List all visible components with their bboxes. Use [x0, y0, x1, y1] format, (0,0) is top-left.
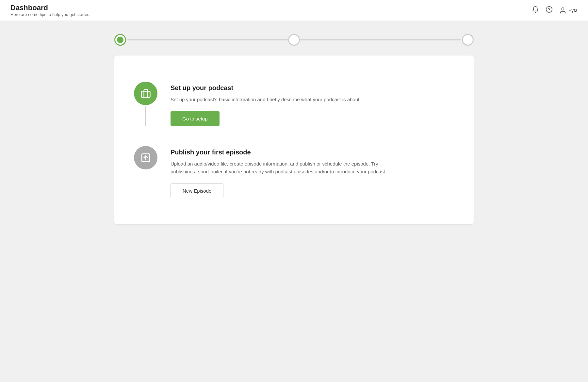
step-connector-1 [145, 106, 146, 126]
page-header: Dashboard Here are some tips to help you… [10, 4, 91, 17]
step-setup-icon-col [134, 82, 157, 126]
step-setup: Set up your podcast Set up your podcast'… [134, 72, 454, 136]
topbar: Dashboard Here are some tips to help you… [0, 0, 588, 21]
step-setup-title: Set up your podcast [171, 84, 454, 92]
topbar-actions: Eyta [532, 6, 578, 15]
stepper-nodes [114, 34, 474, 46]
notification-icon[interactable] [532, 6, 539, 15]
stepper [114, 34, 474, 46]
user-icon [559, 7, 566, 14]
step-publish-content: Publish your first episode Upload an aud… [171, 146, 454, 198]
page-subtitle: Here are some tips to help you get start… [10, 12, 91, 17]
step-publish-title: Publish your first episode [171, 149, 454, 156]
step-publish-icon-col [134, 146, 157, 169]
step-setup-icon [134, 82, 157, 105]
step-setup-content: Set up your podcast Set up your podcast'… [171, 82, 454, 126]
svg-point-2 [562, 8, 564, 10]
page-title: Dashboard [10, 4, 91, 12]
stepper-node-1 [114, 34, 126, 46]
user-menu[interactable]: Eyta [559, 7, 578, 14]
step-publish: Publish your first episode Upload an aud… [134, 136, 454, 208]
step-publish-icon [134, 146, 157, 169]
main-content: Set up your podcast Set up your podcast'… [0, 21, 588, 237]
stepper-node-3 [462, 34, 474, 46]
go-to-setup-button[interactable]: Go to setup [171, 111, 220, 126]
step-setup-description: Set up your podcast's basic information … [171, 96, 399, 103]
step-publish-description: Upload an audio/video file, create episo… [171, 160, 399, 176]
user-name: Eyta [568, 8, 578, 13]
stepper-node-2 [288, 34, 300, 46]
tips-card: Set up your podcast Set up your podcast'… [114, 56, 474, 224]
new-episode-button[interactable]: New Episode [171, 183, 223, 198]
svg-rect-3 [141, 91, 150, 97]
help-icon[interactable] [546, 6, 553, 15]
